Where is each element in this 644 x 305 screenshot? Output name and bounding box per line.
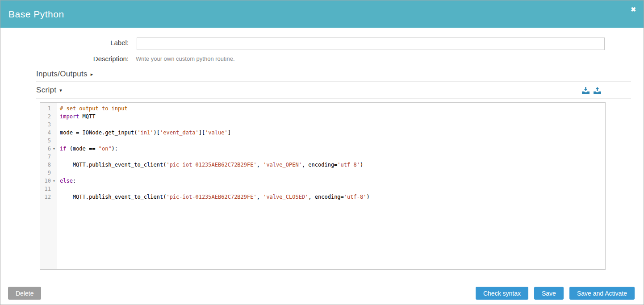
code-line[interactable]: 1# set output to input [40,104,605,113]
line-number: 12 [40,193,51,201]
code-text: # set output to input [57,104,128,113]
script-toggle[interactable]: Script▾ [36,86,62,95]
code-text: MQTT.publish_event_to_client('pic-iot-01… [57,193,370,201]
fold-spacer [51,121,57,129]
fold-spacer [51,169,57,177]
code-line[interactable]: 5 [40,137,605,145]
base-python-dialog: Base Python ✖ Label: Description: Write … [0,0,644,305]
code-text: import MQTT [57,113,95,121]
code-text [57,137,60,145]
line-number-cell: 1 [40,104,57,113]
inputs-outputs-section-header: Inputs/Outputs▸ [36,70,631,82]
line-number: 9 [40,169,51,177]
fold-spacer [51,104,57,113]
code-text: mode = IONode.get_input('in1')['event_da… [57,129,231,137]
fold-spacer [51,129,57,137]
editor-lines: 1# set output to input2import MQTT34mode… [40,104,605,201]
footer-action-buttons: Check syntax Save Save and Activate [476,287,635,300]
fold-icon[interactable]: ▾ [51,145,57,153]
code-line[interactable]: 8 MQTT.publish_event_to_client('pic-iot-… [40,161,605,169]
line-number-cell: 11 [40,185,57,193]
code-text: MQTT.publish_event_to_client('pic-iot-01… [57,161,363,169]
save-and-activate-button[interactable]: Save and Activate [569,287,635,300]
code-line[interactable]: 10▾else: [40,177,605,185]
delete-button[interactable]: Delete [8,287,41,300]
line-number: 8 [40,161,51,169]
line-number-cell: 12 [40,193,57,201]
code-text: else: [57,177,76,185]
inputs-outputs-label: Inputs/Outputs [36,70,88,78]
description-text: Write your own custom python routine. [136,55,235,62]
line-number-cell: 4 [40,129,57,137]
fold-spacer [51,161,57,169]
dialog-footer: Delete Check syntax Save Save and Activa… [0,282,644,305]
chevron-right-icon: ▸ [91,71,93,77]
code-text [57,153,60,161]
inputs-outputs-toggle[interactable]: Inputs/Outputs▸ [36,70,93,79]
line-number: 4 [40,129,51,137]
dialog-header: Base Python ✖ [0,0,644,28]
code-line[interactable]: 11 [40,185,605,193]
upload-icon[interactable] [594,87,601,94]
code-line[interactable]: 6▾if (mode == "on"): [40,145,605,153]
line-number-cell: 9 [40,169,57,177]
code-line[interactable]: 7 [40,153,605,161]
fold-spacer [51,193,57,201]
code-line[interactable]: 3 [40,121,605,129]
line-number: 6 [40,145,51,153]
save-button[interactable]: Save [534,287,564,300]
line-number-cell: 3 [40,121,57,129]
script-section-header: Script▾ [36,86,631,99]
code-line[interactable]: 2import MQTT [40,113,605,121]
code-text: if (mode == "on"): [57,145,118,153]
fold-spacer [51,113,57,121]
line-number: 1 [40,104,51,113]
fold-spacer [51,137,57,145]
script-code-editor[interactable]: 1# set output to input2import MQTT34mode… [40,102,606,270]
line-number: 2 [40,113,51,121]
line-number-cell: 6▾ [40,145,57,153]
line-number: 3 [40,121,51,129]
line-number-cell: 7 [40,153,57,161]
fold-spacer [51,185,57,193]
line-number-cell: 10▾ [40,177,57,185]
label-input[interactable] [137,38,605,50]
line-number: 5 [40,137,51,145]
dialog-title: Base Python [8,9,64,20]
fold-spacer [51,153,57,161]
fold-icon[interactable]: ▾ [51,177,57,185]
line-number-cell: 8 [40,161,57,169]
code-line[interactable]: 4mode = IONode.get_input('in1')['event_d… [40,129,605,137]
line-number-cell: 5 [40,137,57,145]
line-number-cell: 2 [40,113,57,121]
script-label: Script [36,86,56,94]
line-number: 11 [40,185,51,193]
code-line[interactable]: 9 [40,169,605,177]
description-field-label: Description: [44,55,129,63]
line-number: 10 [40,177,51,185]
check-syntax-button[interactable]: Check syntax [476,287,528,300]
close-icon[interactable]: ✖ [631,6,636,13]
line-number: 7 [40,153,51,161]
code-line[interactable]: 12 MQTT.publish_event_to_client('pic-iot… [40,193,605,201]
code-text [57,121,60,129]
label-field-label: Label: [44,39,129,46]
download-icon[interactable] [582,87,590,94]
chevron-down-icon: ▾ [59,88,62,93]
code-text [57,169,60,177]
code-text [57,185,60,193]
script-file-actions [582,87,601,94]
